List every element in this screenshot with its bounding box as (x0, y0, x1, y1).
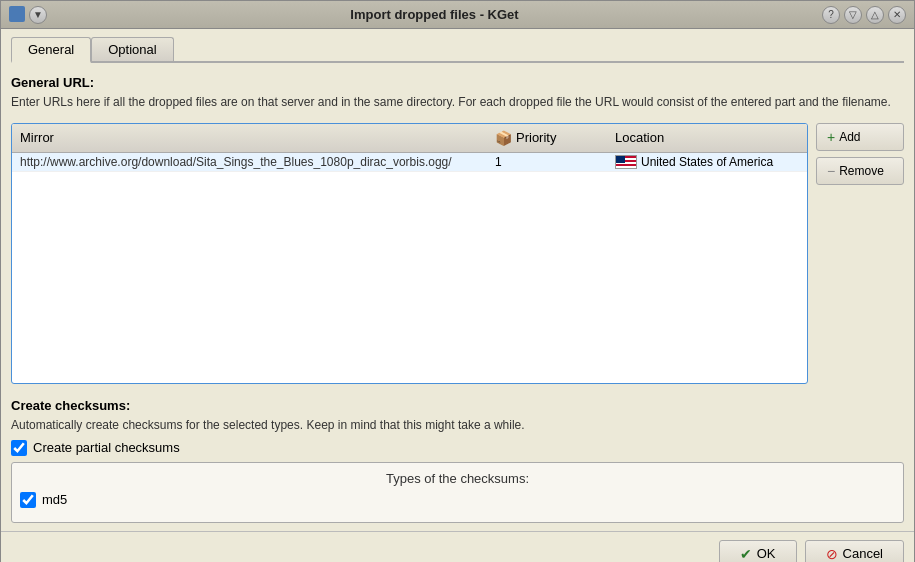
main-window: ▼ Import dropped files - KGet ? ▽ △ ✕ Ge… (0, 0, 915, 562)
checksums-title: Create checksums: (11, 398, 904, 413)
priority-icon: 📦 (495, 130, 512, 146)
add-icon: + (827, 129, 835, 145)
app-icon (9, 6, 25, 22)
us-flag-icon (615, 155, 637, 169)
md5-checkbox[interactable] (20, 492, 36, 508)
checksums-description: Automatically create checksums for the s… (11, 417, 904, 434)
ok-icon: ✔ (740, 546, 752, 562)
checksums-section: Create checksums: Automatically create c… (11, 398, 904, 523)
tab-general[interactable]: General (11, 37, 91, 63)
checksums-types-box: Types of the checksums: md5 (11, 462, 904, 523)
general-url-section: General URL: Enter URLs here if all the … (11, 75, 904, 117)
minimize-button[interactable]: ▽ (844, 6, 862, 24)
row-location-text: United States of America (641, 155, 773, 169)
cancel-icon: ⊘ (826, 546, 838, 562)
col-header-location: Location (607, 128, 807, 148)
maximize-button[interactable]: △ (866, 6, 884, 24)
partial-checksums-row: Create partial checksums (11, 440, 904, 456)
tab-bar: General Optional (11, 37, 904, 63)
titlebar: ▼ Import dropped files - KGet ? ▽ △ ✕ (1, 1, 914, 29)
partial-checksums-checkbox[interactable] (11, 440, 27, 456)
titlebar-right-controls: ? ▽ △ ✕ (822, 6, 906, 24)
help-button[interactable]: ? (822, 6, 840, 24)
remove-icon: − (827, 163, 835, 179)
main-content: General Optional General URL: Enter URLs… (1, 29, 914, 531)
row-location: United States of America (607, 153, 807, 171)
footer-bar: ✔ OK ⊘ Cancel (1, 531, 914, 562)
partial-checksums-label: Create partial checksums (33, 440, 180, 455)
cancel-label: Cancel (843, 546, 883, 561)
row-priority: 1 (487, 153, 607, 171)
mirror-table-area: Mirror 📦 Priority Location http://www.ar… (11, 123, 904, 384)
general-url-title: General URL: (11, 75, 904, 90)
cancel-button[interactable]: ⊘ Cancel (805, 540, 904, 562)
close-button[interactable]: ✕ (888, 6, 906, 24)
general-url-description: Enter URLs here if all the dropped files… (11, 94, 904, 111)
md5-label: md5 (42, 492, 67, 507)
row-mirror: http://www.archive.org/download/Sita_Sin… (12, 153, 487, 171)
types-label: Types of the checksums: (20, 471, 895, 486)
mirror-table: Mirror 📦 Priority Location http://www.ar… (11, 123, 808, 384)
window-title: Import dropped files - KGet (53, 7, 816, 22)
mirror-buttons: + Add − Remove (816, 123, 904, 384)
ok-label: OK (757, 546, 776, 561)
remove-button[interactable]: − Remove (816, 157, 904, 185)
table-body: http://www.archive.org/download/Sita_Sin… (12, 153, 807, 383)
col-header-mirror: Mirror (12, 128, 487, 148)
add-button[interactable]: + Add (816, 123, 904, 151)
tab-optional[interactable]: Optional (91, 37, 173, 61)
table-header-row: Mirror 📦 Priority Location (12, 124, 807, 153)
md5-row: md5 (20, 492, 895, 508)
ok-button[interactable]: ✔ OK (719, 540, 797, 562)
col-header-priority: 📦 Priority (487, 128, 607, 148)
menu-button[interactable]: ▼ (29, 6, 47, 24)
table-row[interactable]: http://www.archive.org/download/Sita_Sin… (12, 153, 807, 172)
titlebar-left-controls: ▼ (9, 6, 47, 24)
